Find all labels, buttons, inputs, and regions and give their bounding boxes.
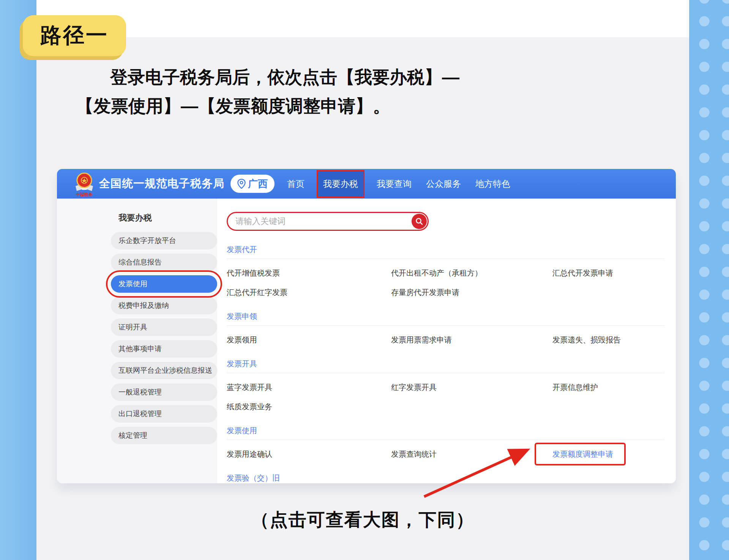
link-row: 纸质发票业务 (227, 402, 664, 412)
service-link[interactable]: 纸质发票业务 (227, 402, 272, 411)
nav-item[interactable]: 公众服务 (424, 178, 463, 190)
sidebar-item[interactable]: 综合信息报告 (111, 254, 217, 271)
search-button[interactable] (412, 214, 427, 229)
sidebar-item[interactable]: 乐企数字开放平台 (111, 232, 217, 249)
annotation-arrow (416, 441, 541, 500)
section-divider (227, 440, 664, 440)
sidebar-list: 乐企数字开放平台综合信息报告发票使用税费申报及缴纳证明开具其他事项申请互联网平台… (57, 232, 217, 444)
service-link[interactable]: 代开增值税发票 (227, 269, 280, 277)
service-link[interactable]: 发票用票需求申请 (391, 336, 452, 344)
service-link[interactable]: 存量房代开发票申请 (391, 288, 459, 297)
site-title: 全国统一规范电子税务局 (99, 176, 224, 191)
site-header: 中国税务 全国统一规范电子税务局 广西 首页我要办税我要查询公众服务地方特色 (57, 169, 676, 199)
tax-bureau-logo-icon: 中国税务 (74, 172, 95, 197)
section-divider (227, 325, 664, 326)
section-title[interactable]: 发票申领 (227, 311, 664, 322)
sidebar-item[interactable]: 互联网平台企业涉税信息报送 (111, 362, 217, 379)
service-link[interactable]: 红字发票开具 (391, 383, 437, 391)
site-nav: 首页我要办税我要查询公众服务地方特色 (285, 169, 513, 199)
sidebar-heading: 我要办税 (118, 212, 217, 224)
nav-item[interactable]: 首页 (285, 178, 307, 190)
caption: （点击可查看大图，下同） (36, 508, 689, 532)
instruction-line1: 登录电子税务局后，依次点击【我要办税】— (76, 63, 645, 91)
service-link[interactable]: 汇总代开发票申请 (552, 269, 613, 277)
service-link[interactable]: 蓝字发票开具 (227, 383, 272, 391)
right-polkadot-strip (689, 0, 729, 560)
left-blue-strip (0, 0, 36, 560)
link-row: 汇总代开红字发票存量房代开发票申请 (227, 287, 664, 298)
service-link[interactable]: 发票领用 (227, 336, 257, 344)
sidebar-item[interactable]: 一般退税管理 (111, 383, 217, 401)
section-title[interactable]: 发票使用 (227, 426, 664, 436)
service-link[interactable]: 发票遗失、损毁报告 (552, 336, 621, 344)
nav-item[interactable]: 我要查询 (374, 178, 414, 190)
service-link[interactable]: 汇总代开红字发票 (227, 288, 287, 297)
section-title[interactable]: 发票代开 (227, 245, 664, 255)
search-icon (415, 217, 423, 226)
service-link[interactable]: 开票信息维护 (552, 383, 598, 391)
sidebar-item[interactable]: 出口退税管理 (111, 405, 217, 423)
sidebar-item[interactable]: 发票使用 (111, 275, 217, 293)
sidebar: 我要办税 乐企数字开放平台综合信息报告发票使用税费申报及缴纳证明开具其他事项申请… (57, 199, 217, 483)
tax-site-screenshot[interactable]: 中国税务 全国统一规范电子税务局 广西 首页我要办税我要查询公众服务地方特色 我… (57, 169, 676, 483)
service-link[interactable]: 代开出租不动产（承租方） (391, 269, 482, 277)
path-badge: 路径一 (23, 15, 126, 56)
nav-item[interactable]: 地方特色 (473, 178, 513, 190)
sidebar-item[interactable]: 证明开具 (111, 319, 217, 336)
sidebar-item[interactable]: 税费申报及缴纳 (111, 297, 217, 314)
section-divider (227, 259, 664, 259)
nav-item-active[interactable]: 我要办税 (317, 170, 364, 198)
highlight-box (535, 443, 626, 465)
region-selector[interactable]: 广西 (230, 175, 275, 193)
location-pin-icon (237, 179, 246, 189)
service-link[interactable]: 发票用途确认 (227, 450, 272, 458)
section-title[interactable]: 发票开具 (227, 359, 664, 369)
search-input[interactable] (228, 216, 412, 227)
instruction-line2: 【发票使用】—【发票额度调整申请】。 (76, 91, 645, 120)
search-box[interactable] (227, 212, 429, 231)
path-badge-label: 路径一 (40, 23, 109, 47)
svg-text:中国税务: 中国税务 (76, 192, 93, 197)
link-row: 发票领用发票用票需求申请发票遗失、损毁报告 (227, 335, 664, 345)
link-row: 代开增值税发票代开出租不动产（承租方）汇总代开发票申请 (227, 268, 664, 278)
section-divider (227, 373, 664, 373)
link-row: 蓝字发票开具红字发票开具开票信息维护 (227, 382, 664, 393)
service-panel: 发票代开代开增值税发票代开出租不动产（承租方）汇总代开发票申请汇总代开红字发票存… (217, 199, 676, 483)
instruction-text: 登录电子税务局后，依次点击【我要办税】— 【发票使用】—【发票额度调整申请】。 (76, 63, 645, 120)
region-label: 广西 (248, 177, 268, 191)
sidebar-item[interactable]: 核定管理 (111, 427, 217, 444)
sidebar-item[interactable]: 其他事项申请 (111, 340, 217, 358)
